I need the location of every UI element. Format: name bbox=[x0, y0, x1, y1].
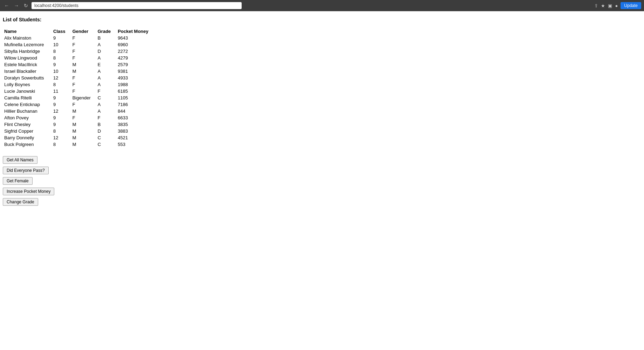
table-row: Lucie Janowski11FF6185 bbox=[3, 88, 154, 94]
cell-gender: M bbox=[71, 68, 96, 75]
cell-name: Sibylla Hanbridge bbox=[3, 48, 52, 55]
page-content: List of Students: Name Class Gender Grad… bbox=[0, 11, 644, 211]
table-row: Estele MacIllrick9ME2579 bbox=[3, 61, 154, 68]
cell-gender: M bbox=[71, 121, 96, 128]
cell-grade: A bbox=[96, 75, 117, 81]
cell-grade: D bbox=[96, 48, 117, 55]
cell-grade: A bbox=[96, 41, 117, 48]
col-header-grade: Grade bbox=[96, 28, 117, 35]
table-row: Celene Enticknap9FA7186 bbox=[3, 101, 154, 108]
cell-gender: F bbox=[71, 41, 96, 48]
cell-gender: M bbox=[71, 108, 96, 114]
share-icon: ⇧ bbox=[594, 3, 598, 8]
cell-pocket_money: 553 bbox=[116, 141, 154, 148]
cell-pocket_money: 4521 bbox=[116, 134, 154, 141]
extensions-icon: ▣ bbox=[608, 3, 612, 8]
cell-class: 8 bbox=[52, 141, 71, 148]
cell-name: Wilow Lingwood bbox=[3, 55, 52, 61]
cell-name: Doralyn Sowerbutts bbox=[3, 75, 52, 81]
cell-pocket_money: 4933 bbox=[116, 75, 154, 81]
students-table: Name Class Gender Grade Pocket Money Ali… bbox=[3, 28, 154, 148]
cell-pocket_money: 1988 bbox=[116, 81, 154, 88]
cell-grade: C bbox=[96, 134, 117, 141]
col-header-class: Class bbox=[52, 28, 71, 35]
cell-pocket_money: 3835 bbox=[116, 121, 154, 128]
cell-gender: M bbox=[71, 141, 96, 148]
did-everyone-pass-button[interactable]: Did Everyone Pass? bbox=[3, 167, 49, 174]
cell-name: Barry Donnelly bbox=[3, 134, 52, 141]
cell-name: Hillier Buchanan bbox=[3, 108, 52, 114]
cell-grade: A bbox=[96, 55, 117, 61]
cell-name: Lucie Janowski bbox=[3, 88, 52, 94]
cell-gender: F bbox=[71, 55, 96, 61]
page-title: List of Students: bbox=[3, 17, 641, 22]
table-row: Barry Donnelly12MC4521 bbox=[3, 134, 154, 141]
back-button[interactable]: ← bbox=[3, 2, 11, 9]
cell-pocket_money: 3883 bbox=[116, 128, 154, 134]
table-row: Sibylla Hanbridge8FD2272 bbox=[3, 48, 154, 55]
table-header-row: Name Class Gender Grade Pocket Money bbox=[3, 28, 154, 35]
cell-grade: F bbox=[96, 114, 117, 121]
cell-class: 9 bbox=[52, 61, 71, 68]
table-row: Flint Chesley9MB3835 bbox=[3, 121, 154, 128]
cell-gender: Bigender bbox=[71, 94, 96, 101]
get-female-button[interactable]: Get Female bbox=[3, 177, 33, 185]
increase-pocket-money-button[interactable]: Increase Pocket Money bbox=[3, 188, 54, 195]
get-all-names-button[interactable]: Get All Names bbox=[3, 156, 37, 164]
cell-class: 9 bbox=[52, 94, 71, 101]
cell-name: Afton Povey bbox=[3, 114, 52, 121]
cell-name: Mufinella Lezemore bbox=[3, 41, 52, 48]
cell-grade: C bbox=[96, 94, 117, 101]
cell-grade: A bbox=[96, 68, 117, 75]
cell-gender: M bbox=[71, 134, 96, 141]
action-buttons-section: Get All Names Did Everyone Pass? Get Fem… bbox=[3, 156, 641, 206]
cell-gender: F bbox=[71, 88, 96, 94]
table-row: Wilow Lingwood8FA4279 bbox=[3, 55, 154, 61]
cell-name: Celene Enticknap bbox=[3, 101, 52, 108]
cell-pocket_money: 1105 bbox=[116, 94, 154, 101]
cell-gender: F bbox=[71, 35, 96, 41]
cell-grade: A bbox=[96, 101, 117, 108]
cell-pocket_money: 9381 bbox=[116, 68, 154, 75]
cell-gender: F bbox=[71, 75, 96, 81]
cell-class: 12 bbox=[52, 75, 71, 81]
cell-pocket_money: 9643 bbox=[116, 35, 154, 41]
cell-class: 9 bbox=[52, 114, 71, 121]
cell-grade: E bbox=[96, 61, 117, 68]
address-bar[interactable]: localhost:4200/students bbox=[32, 2, 242, 9]
table-row: Alix Mainston9FB9643 bbox=[3, 35, 154, 41]
reload-button[interactable]: ↻ bbox=[22, 2, 29, 9]
cell-name: Buck Polgreen bbox=[3, 141, 52, 148]
cell-class: 9 bbox=[52, 35, 71, 41]
update-button[interactable]: Update bbox=[621, 2, 641, 9]
cell-name: Alix Mainston bbox=[3, 35, 52, 41]
table-row: Hillier Buchanan12MA844 bbox=[3, 108, 154, 114]
cell-name: Sigfrid Copper bbox=[3, 128, 52, 134]
cell-class: 8 bbox=[52, 128, 71, 134]
bookmark-icon: ★ bbox=[601, 3, 605, 8]
forward-button[interactable]: → bbox=[13, 2, 20, 9]
browser-actions: ⇧ ★ ▣ ● Update bbox=[594, 2, 641, 9]
cell-class: 9 bbox=[52, 101, 71, 108]
cell-name: Flint Chesley bbox=[3, 121, 52, 128]
table-row: Mufinella Lezemore10FA6960 bbox=[3, 41, 154, 48]
table-row: Camilla Ritelli9BigenderC1105 bbox=[3, 94, 154, 101]
cell-pocket_money: 6185 bbox=[116, 88, 154, 94]
cell-gender: M bbox=[71, 128, 96, 134]
cell-gender: F bbox=[71, 101, 96, 108]
table-row: Doralyn Sowerbutts12FA4933 bbox=[3, 75, 154, 81]
table-row: Buck Polgreen8MC553 bbox=[3, 141, 154, 148]
cell-gender: F bbox=[71, 48, 96, 55]
cell-gender: F bbox=[71, 114, 96, 121]
cell-class: 10 bbox=[52, 68, 71, 75]
cell-class: 12 bbox=[52, 108, 71, 114]
cell-pocket_money: 7186 bbox=[116, 101, 154, 108]
cell-class: 11 bbox=[52, 88, 71, 94]
cell-name: Estele MacIllrick bbox=[3, 61, 52, 68]
cell-grade: A bbox=[96, 108, 117, 114]
change-grade-button[interactable]: Change Grade bbox=[3, 198, 38, 206]
cell-name: Lolly Boynes bbox=[3, 81, 52, 88]
table-row: Israel Blackaller10MA9381 bbox=[3, 68, 154, 75]
cell-pocket_money: 2272 bbox=[116, 48, 154, 55]
cell-pocket_money: 6960 bbox=[116, 41, 154, 48]
